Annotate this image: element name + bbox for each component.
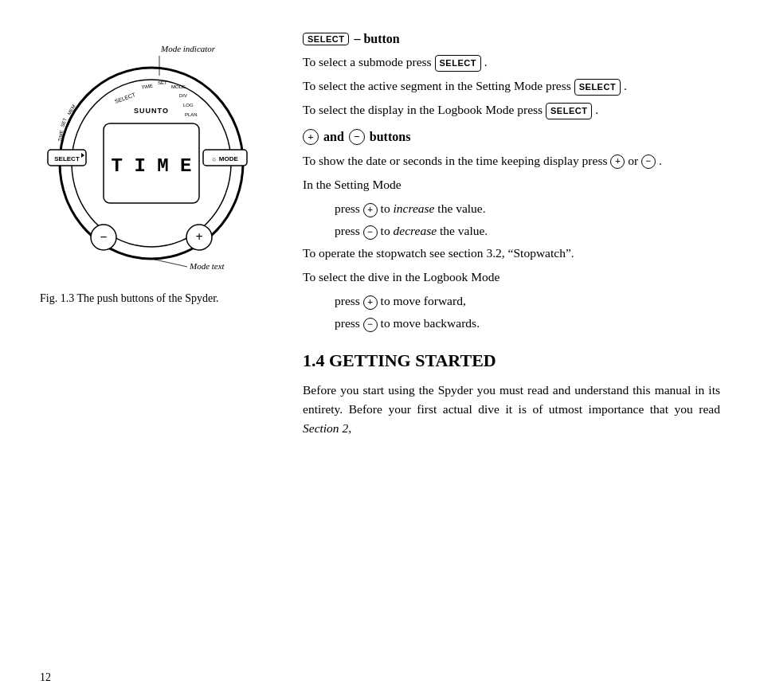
select-icon-inline-1: SELECT (435, 55, 481, 72)
svg-text:SUUNTO: SUUNTO (134, 107, 169, 115)
select-button-icon: SELECT (303, 33, 349, 45)
para5-text: In the Setting Mode (303, 178, 402, 191)
para5b-end: the value. (440, 224, 488, 237)
para3-end: . (595, 103, 598, 116)
svg-text:☼ MODE: ☼ MODE (211, 155, 238, 162)
watch-diagram: Mode indicator T I M E SELECT ☼ MODE (40, 32, 263, 279)
para4-text: To show the date or seconds in the time … (303, 154, 607, 167)
para4-end-text: . (659, 154, 662, 167)
svg-text:SET: SET (158, 80, 167, 85)
increase-para: press + to increase the value. (303, 199, 720, 218)
svg-text:Mode text: Mode text (189, 261, 225, 271)
svg-text:−: − (100, 230, 107, 244)
para7b-start: press (335, 316, 360, 330)
svg-text:DIV: DIV (179, 93, 187, 98)
stopwatch-para: To operate the stopwatch see section 3.2… (303, 244, 720, 263)
logbook-select-para: To select the dive in the Logbook Mode (303, 268, 720, 287)
right-column: SELECT – button To select a submode pres… (303, 32, 720, 443)
page-number: 12 (40, 671, 51, 684)
para7a-start: press (335, 294, 360, 307)
plus-icon-inline-3: + (363, 295, 378, 310)
para5b-start: press (335, 224, 360, 237)
buttons-text: buttons (370, 130, 411, 144)
fig-caption: Fig. 1.3 The push buttons of the Spyder. (40, 291, 279, 307)
fig-caption-text: Fig. 1.3 The push buttons of the Spyder. (40, 292, 219, 304)
decrease-word: decrease (394, 224, 437, 237)
select-icon-inline-2: SELECT (574, 79, 621, 96)
para1-text: To select a submode press (303, 55, 432, 68)
svg-text:+: + (195, 230, 202, 244)
page-layout: Mode indicator T I M E SELECT ☼ MODE (40, 32, 720, 443)
select-icon-inline-3: SELECT (546, 103, 592, 119)
para6-text: To operate the stopwatch see section 3.2… (303, 246, 574, 260)
select-para-3: To select the display in the Logbook Mod… (303, 100, 720, 119)
svg-text:T I M E: T I M E (112, 155, 192, 177)
svg-text:SELECT: SELECT (114, 92, 137, 104)
svg-text:LOG: LOG (183, 103, 194, 108)
select-para-2: To select the active segment in the Sett… (303, 76, 720, 96)
move-backward-para: press − to move backwards. (303, 314, 720, 333)
and-text: and (323, 130, 344, 144)
svg-text:TIME: TIME (141, 84, 153, 90)
svg-text:SELECT: SELECT (54, 155, 80, 162)
select-button-heading: SELECT – button (303, 32, 720, 46)
para2-text: To select the active segment in the Sett… (303, 79, 571, 92)
plus-icon-inline-2: + (363, 203, 378, 217)
setting-mode-para: In the Setting Mode (303, 175, 720, 194)
para7a-end: to move forward, (381, 294, 466, 307)
minus-icon-inline-1: − (641, 154, 656, 169)
para7b-end: to move backwards. (381, 316, 480, 330)
getting-started-para: Before you start using the Spyder you mu… (303, 381, 720, 438)
plus-minus-heading: + and − buttons (303, 129, 720, 145)
para5b-mid: to (381, 224, 390, 237)
increase-word: increase (394, 201, 435, 215)
svg-text:Mode indicator: Mode indicator (160, 44, 216, 53)
plus-icon-heading: + (303, 129, 319, 145)
or-text: or (628, 154, 641, 167)
minus-icon-inline-3: − (363, 318, 378, 332)
minus-icon-heading: − (349, 129, 365, 145)
para5a-end: the value. (437, 201, 485, 215)
section-2-italic: Section 2, (303, 421, 351, 435)
decrease-para: press − to decrease the value. (303, 221, 720, 241)
plus-icon-inline-1: + (610, 154, 625, 169)
svg-text:PLAN: PLAN (185, 112, 198, 117)
para5a-start: press (335, 201, 360, 215)
left-column: Mode indicator T I M E SELECT ☼ MODE (40, 32, 279, 307)
select-para-1: To select a submode press SELECT . (303, 53, 720, 72)
svg-text:MODE: MODE (171, 84, 186, 89)
para1-end: . (484, 55, 488, 68)
section-1-4-title: 1.4 GETTING STARTED (303, 350, 720, 371)
getting-started-text: Before you start using the Spyder you mu… (303, 383, 720, 416)
plus-minus-para-4: To show the date or seconds in the time … (303, 151, 720, 170)
para3-text: To select the display in the Logbook Mod… (303, 103, 543, 116)
para7-text: To select the dive in the Logbook Mode (303, 270, 499, 284)
minus-icon-inline-2: − (363, 225, 378, 240)
watch-svg: Mode indicator T I M E SELECT ☼ MODE (40, 32, 263, 279)
move-forward-para: press + to move forward, (303, 291, 720, 311)
svg-line-16 (151, 259, 187, 267)
select-heading-text: – button (354, 32, 399, 46)
para5a-mid: to (381, 201, 390, 215)
para2-end: . (624, 79, 627, 92)
